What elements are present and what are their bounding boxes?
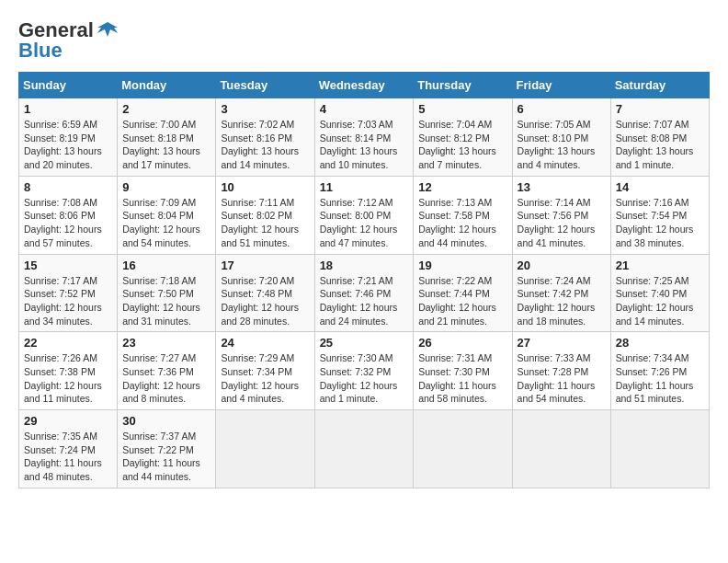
daylight-text: Daylight: 12 hours and 51 minutes. [221, 224, 299, 248]
daylight-text: Daylight: 12 hours and 8 minutes. [122, 380, 200, 405]
sunrise-text: Sunrise: 6:59 AM [24, 119, 97, 130]
sunset-text: Sunset: 8:12 PM [418, 132, 490, 144]
header-day-sunday: Sunday [19, 73, 118, 98]
sunrise-text: Sunrise: 7:27 AM [122, 352, 196, 363]
calendar-cell: 10 Sunrise: 7:11 AM Sunset: 8:02 PM Dayl… [216, 176, 314, 254]
sunrise-text: Sunrise: 7:13 AM [418, 197, 492, 208]
daylight-text: Daylight: 12 hours and 41 minutes. [518, 224, 596, 248]
day-info: Sunrise: 7:31 AM Sunset: 7:30 PM Dayligh… [418, 351, 506, 406]
day-info: Sunrise: 7:02 AM Sunset: 8:16 PM Dayligh… [221, 118, 309, 172]
daylight-text: Daylight: 12 hours and 11 minutes. [24, 380, 102, 405]
calendar-cell: 22 Sunrise: 7:26 AM Sunset: 7:38 PM Dayl… [19, 332, 118, 410]
sunrise-text: Sunrise: 7:22 AM [418, 275, 492, 286]
sunrise-text: Sunrise: 7:00 AM [122, 119, 196, 130]
calendar-week-1: 1 Sunrise: 6:59 AM Sunset: 8:19 PM Dayli… [19, 98, 710, 177]
day-info: Sunrise: 6:59 AM Sunset: 8:19 PM Dayligh… [24, 118, 112, 172]
sunrise-text: Sunrise: 7:37 AM [122, 431, 196, 442]
day-info: Sunrise: 7:30 AM Sunset: 7:32 PM Dayligh… [320, 351, 409, 406]
day-info: Sunrise: 7:24 AM Sunset: 7:42 PM Dayligh… [518, 274, 606, 328]
day-number: 13 [518, 180, 606, 194]
calendar-cell: 26 Sunrise: 7:31 AM Sunset: 7:30 PM Dayl… [414, 332, 512, 410]
calendar-cell: 19 Sunrise: 7:22 AM Sunset: 7:44 PM Dayl… [414, 254, 512, 332]
sunrise-text: Sunrise: 7:18 AM [122, 275, 196, 286]
daylight-text: Daylight: 12 hours and 44 minutes. [418, 224, 496, 248]
header-day-tuesday: Tuesday [216, 73, 314, 98]
daylight-text: Daylight: 12 hours and 14 minutes. [616, 302, 694, 327]
calendar-cell: 15 Sunrise: 7:17 AM Sunset: 7:52 PM Dayl… [19, 254, 118, 332]
daylight-text: Daylight: 12 hours and 21 minutes. [418, 302, 496, 327]
calendar-cell: 2 Sunrise: 7:00 AM Sunset: 8:18 PM Dayli… [118, 98, 216, 177]
calendar-table: SundayMondayTuesdayWednesdayThursdayFrid… [18, 72, 710, 488]
day-info: Sunrise: 7:05 AM Sunset: 8:10 PM Dayligh… [518, 118, 606, 172]
calendar-cell: 18 Sunrise: 7:21 AM Sunset: 7:46 PM Dayl… [314, 254, 414, 332]
daylight-text: Daylight: 12 hours and 18 minutes. [518, 302, 596, 327]
sunset-text: Sunset: 8:18 PM [122, 132, 194, 144]
header-day-monday: Monday [118, 73, 216, 98]
daylight-text: Daylight: 12 hours and 57 minutes. [24, 224, 102, 248]
sunset-text: Sunset: 8:00 PM [320, 210, 392, 221]
sunrise-text: Sunrise: 7:20 AM [221, 275, 294, 286]
day-number: 27 [518, 336, 606, 350]
logo: General Blue [18, 18, 118, 63]
sunset-text: Sunset: 8:08 PM [616, 132, 688, 144]
sunset-text: Sunset: 7:36 PM [122, 366, 194, 377]
day-info: Sunrise: 7:18 AM Sunset: 7:50 PM Dayligh… [122, 274, 210, 328]
sunset-text: Sunset: 7:44 PM [418, 288, 490, 299]
sunset-text: Sunset: 7:48 PM [221, 288, 292, 299]
day-number: 19 [418, 259, 506, 272]
calendar-cell [610, 410, 709, 488]
calendar-cell: 30 Sunrise: 7:37 AM Sunset: 7:22 PM Dayl… [118, 410, 216, 488]
calendar-cell: 24 Sunrise: 7:29 AM Sunset: 7:34 PM Dayl… [216, 332, 314, 410]
sunset-text: Sunset: 7:52 PM [24, 288, 96, 299]
calendar-cell: 7 Sunrise: 7:07 AM Sunset: 8:08 PM Dayli… [610, 98, 709, 177]
calendar-cell [414, 410, 512, 488]
day-number: 30 [122, 414, 210, 428]
daylight-text: Daylight: 13 hours and 14 minutes. [221, 145, 299, 170]
calendar-cell: 1 Sunrise: 6:59 AM Sunset: 8:19 PM Dayli… [19, 98, 118, 177]
daylight-text: Daylight: 12 hours and 31 minutes. [122, 302, 200, 327]
sunset-text: Sunset: 7:40 PM [616, 288, 688, 299]
day-number: 1 [24, 102, 112, 116]
day-number: 26 [418, 336, 506, 350]
day-number: 22 [24, 336, 112, 350]
calendar-cell: 20 Sunrise: 7:24 AM Sunset: 7:42 PM Dayl… [512, 254, 610, 332]
day-number: 4 [320, 102, 409, 116]
sunrise-text: Sunrise: 7:09 AM [122, 197, 196, 208]
sunset-text: Sunset: 7:54 PM [616, 210, 688, 221]
calendar-header: SundayMondayTuesdayWednesdayThursdayFrid… [19, 73, 710, 98]
day-info: Sunrise: 7:25 AM Sunset: 7:40 PM Dayligh… [616, 274, 704, 328]
sunrise-text: Sunrise: 7:31 AM [418, 352, 492, 363]
sunset-text: Sunset: 7:56 PM [518, 210, 589, 221]
calendar-cell [314, 410, 414, 488]
day-number: 14 [616, 180, 704, 194]
day-number: 28 [616, 336, 704, 350]
day-number: 17 [221, 259, 309, 272]
day-number: 3 [221, 102, 309, 116]
day-info: Sunrise: 7:12 AM Sunset: 8:00 PM Dayligh… [320, 196, 409, 250]
calendar-cell [216, 410, 314, 488]
sunset-text: Sunset: 8:06 PM [24, 210, 96, 221]
sunset-text: Sunset: 7:42 PM [518, 288, 589, 299]
day-info: Sunrise: 7:21 AM Sunset: 7:46 PM Dayligh… [320, 274, 409, 328]
calendar-cell: 17 Sunrise: 7:20 AM Sunset: 7:48 PM Dayl… [216, 254, 314, 332]
calendar-cell: 9 Sunrise: 7:09 AM Sunset: 8:04 PM Dayli… [118, 176, 216, 254]
day-info: Sunrise: 7:20 AM Sunset: 7:48 PM Dayligh… [221, 274, 309, 328]
calendar-week-2: 8 Sunrise: 7:08 AM Sunset: 8:06 PM Dayli… [19, 176, 710, 254]
daylight-text: Daylight: 12 hours and 38 minutes. [616, 224, 694, 248]
day-info: Sunrise: 7:22 AM Sunset: 7:44 PM Dayligh… [418, 274, 506, 328]
sunrise-text: Sunrise: 7:11 AM [221, 197, 294, 208]
day-number: 8 [24, 180, 112, 194]
calendar-cell: 3 Sunrise: 7:02 AM Sunset: 8:16 PM Dayli… [216, 98, 314, 177]
day-number: 21 [616, 259, 704, 272]
calendar-cell: 13 Sunrise: 7:14 AM Sunset: 7:56 PM Dayl… [512, 176, 610, 254]
daylight-text: Daylight: 12 hours and 24 minutes. [320, 302, 398, 327]
sunrise-text: Sunrise: 7:29 AM [221, 352, 294, 363]
calendar-cell: 4 Sunrise: 7:03 AM Sunset: 8:14 PM Dayli… [314, 98, 414, 177]
page-header: General Blue [18, 18, 710, 63]
sunrise-text: Sunrise: 7:30 AM [320, 352, 393, 363]
header-day-friday: Friday [512, 73, 610, 98]
daylight-text: Daylight: 11 hours and 48 minutes. [24, 457, 102, 482]
sunrise-text: Sunrise: 7:17 AM [24, 275, 97, 286]
sunset-text: Sunset: 8:04 PM [122, 210, 194, 221]
sunset-text: Sunset: 7:50 PM [122, 288, 194, 299]
